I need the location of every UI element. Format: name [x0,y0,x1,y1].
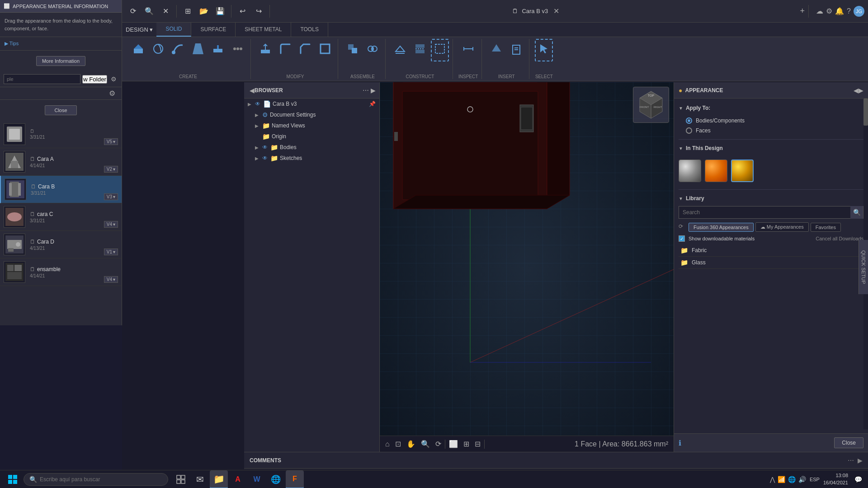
volume-icon[interactable]: 🔊 [798,476,806,483]
redo-button[interactable]: ↪ [251,4,266,19]
notifications-button[interactable]: 🔔 [835,7,844,15]
joint-button[interactable] [363,39,382,61]
gold-material-swatch[interactable] [731,160,754,182]
offset-plane-button[interactable] [391,39,409,61]
file-version[interactable]: V2 ▾ [104,166,118,173]
new-folder-button[interactable]: w Folder [82,75,107,84]
save-button[interactable]: 💾 [213,4,227,19]
search-appearances-button[interactable]: 🔍 [850,206,863,219]
taskbar-search-input[interactable] [40,476,162,483]
tray-arrow-icon[interactable]: ⋀ [770,476,775,483]
zoom-button[interactable]: 🔍 [419,439,432,449]
browser-expand-icon[interactable]: ▶ [371,87,376,94]
new-tab-button[interactable]: + [800,6,805,16]
help-button[interactable]: ? [847,7,851,15]
construct-selected-button[interactable] [431,39,449,61]
file-item-cara-b[interactable]: 🗒 Cara B 3/31/21 V3 ▾ [0,176,122,203]
extrude-button[interactable] [129,39,147,61]
file-version[interactable]: V5 ▾ [104,138,118,145]
home-view-button[interactable]: ⌂ [383,439,392,449]
display-mode-button[interactable]: ⬜ [447,439,460,449]
tab-surface[interactable]: SURFACE [191,23,236,37]
new-component-button[interactable] [344,39,362,61]
faces-radio-btn[interactable] [686,127,692,134]
fillet-button[interactable] [276,39,294,61]
midplane-button[interactable] [411,39,429,61]
rib-button[interactable] [209,39,227,61]
show-downloadable-checkbox[interactable] [679,235,685,242]
fabric-folder[interactable]: 📁 Fabric [679,244,863,257]
browser-settings-icon[interactable]: ⋯ [363,87,369,94]
file-item[interactable]: 🗒 cara C 3/31/21 V4 ▾ [0,203,122,231]
sync-icon[interactable]: ⚙ [109,89,115,98]
press-pull-button[interactable] [256,39,274,61]
reload-button[interactable]: ⟳ [126,4,140,19]
file-item[interactable]: 🗒 3/31/21 V5 ▾ [0,121,122,148]
cancel-downloads-label[interactable]: Cancel all Downloads [816,236,863,241]
apply-to-section[interactable]: ▼ Apply To: [679,103,863,113]
comments-expand-icon[interactable]: ⋯ [848,457,854,464]
in-this-design-section[interactable]: ▼ In This Design [679,143,863,153]
network-icon2[interactable]: 🌐 [788,476,796,483]
browser-item-origin[interactable]: 📁 Origin [244,131,379,142]
viewport-nav-cube[interactable]: TOP RIGHT FRONT [633,87,669,123]
file-version[interactable]: V1 ▾ [104,249,118,255]
quick-setup-tab[interactable]: QUICK SETUP [859,240,868,294]
orbit-button[interactable]: ⟳ [434,439,443,449]
design-label-button[interactable]: DESIGN ▾ [122,23,156,37]
eye-icon[interactable]: 👁 [262,155,268,161]
tab-tools[interactable]: TOOLS [291,23,328,37]
pin-icon[interactable]: 📌 [369,101,376,107]
grid-view-button[interactable]: ⊞ [180,4,195,19]
sync-lib-icon[interactable]: ⟳ [679,223,687,231]
my-appearances-tab[interactable]: ☁ My Appearances [755,222,809,232]
file-item[interactable]: 🗒 ensamble 4/14/21 V4 ▾ [0,258,122,286]
browser-item-bodies[interactable]: ▶ 👁 📁 Bodies [244,142,379,153]
tab-solid[interactable]: SOLID [156,23,191,37]
close-toolbar-button[interactable]: ✕ [158,4,173,19]
orange-material-swatch[interactable] [705,160,727,182]
search-input[interactable] [4,74,80,84]
grid-button[interactable]: ⊟ [473,439,482,449]
revolve-button[interactable] [149,39,167,61]
search-button[interactable]: 🔍 [142,4,156,19]
insert-svg-button[interactable] [507,39,525,61]
task-view-button[interactable] [172,470,190,488]
user-avatar[interactable]: JG [854,6,864,17]
library-section[interactable]: ▼ Library [679,193,863,203]
select-button[interactable] [535,39,553,61]
windows-start-button[interactable] [4,470,22,488]
close-button[interactable]: Close [45,105,76,115]
autocad-button[interactable]: A [229,470,247,488]
eye-icon[interactable]: 👁 [262,144,268,150]
notification-button[interactable]: 💬 [852,473,864,486]
gear-icon[interactable]: ⚙ [109,75,118,84]
file-item[interactable]: 🗒 Cara D 4/13/21 V1 ▾ [0,231,122,258]
viewport[interactable]: TOP RIGHT FRONT [380,82,674,452]
file-version[interactable]: V4 ▾ [104,221,118,228]
pan-button[interactable]: ✋ [405,439,417,449]
more-info-button[interactable]: More Information [36,56,85,66]
network-icon[interactable]: 📶 [778,476,785,483]
chrome-material-swatch[interactable] [679,160,701,182]
tips-link[interactable]: ▶ Tips [5,41,19,47]
mail-button[interactable]: ✉ [191,470,209,488]
search-appearances-input[interactable] [679,207,850,217]
insert-mesh-button[interactable] [487,39,505,61]
word-button[interactable]: W [248,470,266,488]
explorer-button[interactable]: 📁 [210,470,228,488]
fusion-appearances-tab[interactable]: Fusion 360 Appearances [689,223,754,232]
undo-button[interactable]: ↩ [235,4,250,19]
close-tab-icon[interactable]: ✕ [553,7,559,15]
faces-radio[interactable]: Faces [679,126,863,136]
browser-item-named-views[interactable]: ▶ 📁 Named Views [244,120,379,131]
bodies-components-radio-btn[interactable] [686,117,692,124]
open-button[interactable]: 📂 [197,4,211,19]
sweep-button[interactable] [169,39,187,61]
measure-button[interactable] [459,39,477,61]
appearance-left-arrow[interactable]: ◀ [854,87,859,94]
glass-folder[interactable]: 📁 Glass [679,257,863,269]
chamfer-button[interactable] [296,39,314,61]
fit-view-button[interactable]: ⊡ [393,439,403,449]
nav-cube[interactable]: TOP RIGHT FRONT [633,87,669,123]
